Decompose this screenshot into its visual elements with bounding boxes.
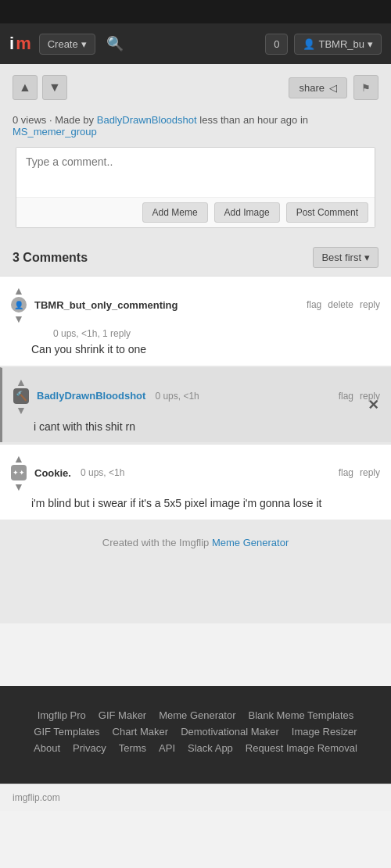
reply-link[interactable]: reply bbox=[360, 467, 380, 478]
user-icon: 👤 bbox=[303, 38, 315, 50]
vote-arrows: ▲ ▼ bbox=[13, 75, 67, 100]
vote-share-row: ▲ ▼ share ◁ ⚑ bbox=[0, 64, 391, 111]
footer-link-about[interactable]: About bbox=[34, 742, 60, 754]
footer-link-blank-meme-templates[interactable]: Blank Meme Templates bbox=[248, 709, 353, 721]
comment-header: ▲ 👤 ▼ TBMR_but_only_commenting flag dele… bbox=[11, 284, 380, 325]
main-content: ▲ ▼ share ◁ ⚑ 0 views · Made by BadlyDra… bbox=[0, 64, 391, 561]
top-bar bbox=[0, 0, 391, 23]
footer-link-gif-templates[interactable]: GIF Templates bbox=[34, 726, 99, 738]
search-icon[interactable]: 🔍 bbox=[106, 35, 124, 52]
post-comment-button[interactable]: Post Comment bbox=[286, 202, 368, 223]
navbar: i m Create ▾ 🔍 0 👤 TBMR_bu ▾ bbox=[0, 23, 391, 64]
footer-link-request-image-removal[interactable]: Request Image Removal bbox=[246, 742, 357, 754]
footer-link-api[interactable]: API bbox=[159, 742, 175, 754]
create-button[interactable]: Create ▾ bbox=[39, 34, 95, 55]
logo[interactable]: i m bbox=[9, 34, 31, 54]
delete-link[interactable]: delete bbox=[328, 299, 353, 310]
avatar: 🔨 bbox=[13, 388, 29, 404]
footer-link-gif-maker[interactable]: GIF Maker bbox=[99, 709, 146, 721]
flag-button[interactable]: ⚑ bbox=[353, 75, 378, 100]
up-arrow-icon: ▲ bbox=[19, 80, 31, 95]
comment-actions: flag delete reply bbox=[307, 299, 380, 310]
add-meme-button[interactable]: Add Meme bbox=[142, 202, 208, 223]
comments-count: 3 Comments bbox=[13, 251, 88, 265]
comments-header: 3 Comments Best first ▾ bbox=[0, 236, 391, 276]
table-row: ▲ ✦✦ ▼ Cookie. 0 ups, <1h flag reply i'm… bbox=[0, 444, 391, 520]
comment-meta: 0 ups, <1h bbox=[155, 391, 199, 402]
comment-user-info: ▲ 🔨 ▼ BadlyDrawnBloodshot 0 ups, <1h bbox=[13, 376, 199, 416]
chevron-down-icon: ▾ bbox=[368, 38, 373, 50]
comment-upvote-icon[interactable]: ▲ bbox=[13, 452, 24, 465]
flag-link[interactable]: flag bbox=[307, 299, 321, 310]
comment-buttons: Add Meme Add Image Post Comment bbox=[16, 197, 375, 227]
comment-downvote-icon[interactable]: ▼ bbox=[13, 313, 24, 325]
share-icon: ◁ bbox=[329, 82, 337, 94]
chevron-down-icon: ▾ bbox=[364, 252, 370, 263]
footer-link-imgflip-pro[interactable]: Imgflip Pro bbox=[38, 709, 86, 721]
meme-generator-link[interactable]: Meme Generator bbox=[212, 537, 289, 548]
create-label: Create bbox=[48, 38, 78, 50]
dark-footer: Imgflip Pro GIF Maker Meme Generator Bla… bbox=[0, 686, 391, 784]
footer-link-demotivational-maker[interactable]: Demotivational Maker bbox=[181, 726, 279, 738]
user-menu-button[interactable]: 👤 TBMR_bu ▾ bbox=[294, 34, 382, 55]
footer-link-privacy[interactable]: Privacy bbox=[73, 742, 106, 754]
comment-meta: 0 ups, <1h, 1 reply bbox=[53, 328, 380, 339]
upvote-button[interactable]: ▲ bbox=[13, 75, 38, 100]
spacer bbox=[0, 561, 391, 623]
flag-icon: ⚑ bbox=[361, 82, 371, 94]
comment-header: ▲ ✦✦ ▼ Cookie. 0 ups, <1h flag reply bbox=[11, 452, 380, 493]
chevron-down-icon: ▾ bbox=[81, 38, 87, 50]
created-with-prefix: Created with the Imgflip bbox=[102, 537, 210, 548]
comment-actions: flag reply bbox=[339, 467, 380, 478]
comment-header: ▲ 🔨 ▼ BadlyDrawnBloodshot 0 ups, <1h fla… bbox=[13, 376, 380, 416]
comment-upvote-icon[interactable]: ▲ bbox=[16, 376, 27, 388]
reply-link[interactable]: reply bbox=[360, 299, 380, 310]
domain-label: imgflip.com bbox=[13, 792, 60, 803]
footer-link-slack-app[interactable]: Slack App bbox=[188, 742, 233, 754]
close-icon[interactable]: × bbox=[368, 395, 378, 415]
share-button[interactable]: share ◁ bbox=[289, 77, 347, 98]
comment-user-info: ▲ 👤 ▼ TBMR_but_only_commenting bbox=[11, 284, 178, 325]
footer-link-chart-maker[interactable]: Chart Maker bbox=[113, 726, 169, 738]
footer-links: Imgflip Pro GIF Maker Meme Generator Bla… bbox=[16, 709, 375, 754]
comment-downvote-icon[interactable]: ▼ bbox=[16, 404, 27, 416]
comment-username: BadlyDrawnBloodshot bbox=[37, 390, 145, 402]
comment-upvote-icon[interactable]: ▲ bbox=[13, 284, 24, 297]
flag-link[interactable]: flag bbox=[339, 391, 353, 402]
logo-i: i bbox=[9, 34, 14, 54]
notification-count[interactable]: 0 bbox=[265, 34, 288, 55]
table-row: ▲ 👤 ▼ TBMR_but_only_commenting flag dele… bbox=[0, 276, 391, 366]
flag-link[interactable]: flag bbox=[339, 467, 353, 478]
right-actions: share ◁ ⚑ bbox=[289, 75, 378, 100]
footer-link-meme-generator[interactable]: Meme Generator bbox=[159, 709, 235, 721]
avatar: 👤 bbox=[11, 297, 27, 313]
comment-username: Cookie. bbox=[34, 467, 71, 479]
bottom-bar: imgflip.com bbox=[0, 784, 391, 811]
views-count: 0 views bbox=[13, 114, 46, 126]
group-link[interactable]: MS_memer_group bbox=[13, 126, 97, 138]
sort-dropdown[interactable]: Best first ▾ bbox=[313, 247, 378, 268]
down-arrow-icon: ▼ bbox=[48, 80, 61, 95]
downvote-button[interactable]: ▼ bbox=[42, 75, 67, 100]
table-row: ▲ 🔨 ▼ BadlyDrawnBloodshot 0 ups, <1h fla… bbox=[0, 367, 391, 443]
comment-body: i'm blind but i swear if it's a 5x5 pixe… bbox=[31, 496, 380, 512]
logo-m: m bbox=[16, 34, 31, 54]
comment-meta: 0 ups, <1h bbox=[81, 467, 124, 478]
time-label: less than an hour ago in bbox=[199, 114, 308, 126]
add-image-button[interactable]: Add Image bbox=[214, 202, 280, 223]
footer-link-terms[interactable]: Terms bbox=[119, 742, 146, 754]
comment-downvote-icon[interactable]: ▼ bbox=[13, 480, 24, 493]
comment-textarea[interactable] bbox=[16, 148, 375, 195]
comment-username: TBMR_but_only_commenting bbox=[34, 299, 178, 311]
comment-area: Add Meme Add Image Post Comment bbox=[16, 147, 375, 228]
created-with: Created with the Imgflip Meme Generator bbox=[0, 521, 391, 561]
footer-link-image-resizer[interactable]: Image Resizer bbox=[292, 726, 357, 738]
comment-body: Can you shrink it to one bbox=[31, 342, 380, 358]
nav-right: 0 👤 TBMR_bu ▾ bbox=[265, 34, 382, 55]
comment-box-wrapper: Add Meme Add Image Post Comment bbox=[0, 147, 391, 236]
username-label: TBMR_bu bbox=[318, 38, 364, 50]
avatar: ✦✦ bbox=[11, 465, 27, 480]
comment-user-info: ▲ ✦✦ ▼ Cookie. 0 ups, <1h bbox=[11, 452, 124, 493]
creator-username-link[interactable]: BadlyDrawnBloodshot bbox=[97, 114, 197, 126]
views-row: 0 views · Made by BadlyDrawnBloodshot le… bbox=[0, 111, 391, 147]
